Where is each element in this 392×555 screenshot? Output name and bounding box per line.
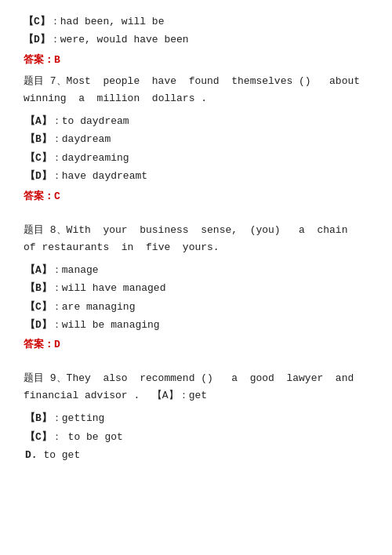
prev-option-c-text: ：had been, will be xyxy=(50,16,165,27)
q7-option-d-label: 【D】 xyxy=(25,170,52,182)
q7-option-b-label: 【B】 xyxy=(25,133,52,145)
prev-option-d-text: ：were, would have been xyxy=(50,34,189,45)
q7-option-a-label: 【A】 xyxy=(25,115,52,127)
q7-option-a-text: ：to daydream xyxy=(52,115,129,127)
q8-option-a-label: 【A】 xyxy=(25,264,52,276)
q8-option-c: 【C】：are managing xyxy=(25,298,368,316)
q9-option-d-text: to get xyxy=(38,449,81,461)
question-8-block: 题目 8、With your business sense, (you) a c… xyxy=(24,222,368,352)
q7-option-c-text: ：daydreaming xyxy=(52,152,129,164)
q7-option-d: 【D】：have daydreamt xyxy=(25,167,368,185)
q7-option-b: 【B】：daydream xyxy=(25,130,368,148)
q8-answer: 答案：D xyxy=(24,337,368,351)
prev-option-d-label: 【D】 xyxy=(24,34,50,45)
q8-option-d-label: 【D】 xyxy=(25,319,52,331)
q7-option-d-text: ：have daydreamt xyxy=(52,170,147,182)
q8-option-c-text: ：are managing xyxy=(52,301,136,313)
q7-option-a: 【A】：to daydream xyxy=(25,112,368,130)
prev-options-block: 【C】：had been, will be 【D】：were, would ha… xyxy=(24,13,368,67)
q7-option-b-text: ：daydream xyxy=(52,133,111,145)
question-9-text: 题目 9、They also recommend () a good lawye… xyxy=(24,370,368,404)
prev-option-c: 【C】：had been, will be xyxy=(24,13,368,31)
q8-option-a-text: ：manage xyxy=(52,264,99,276)
q8-option-b: 【B】：will have managed xyxy=(25,279,368,297)
q9-option-b-label: 【B】 xyxy=(25,412,52,424)
q8-option-b-text: ：will have managed xyxy=(52,282,166,294)
q9-option-d: D. to get xyxy=(25,446,368,464)
question-7-block: 题目 7、Most people have found themselves (… xyxy=(24,73,368,203)
q9-option-c-text: ： to be got xyxy=(52,431,123,443)
q9-option-b-text: ：getting xyxy=(52,412,105,424)
prev-option-d: 【D】：were, would have been xyxy=(24,31,368,49)
prev-option-c-label: 【C】 xyxy=(24,16,50,27)
q7-option-c: 【C】：daydreaming xyxy=(25,149,368,167)
prev-answer: 答案：B xyxy=(24,53,368,67)
q8-option-b-label: 【B】 xyxy=(25,282,52,294)
question-8-text: 题目 8、With your business sense, (you) a c… xyxy=(24,222,368,256)
q8-option-d: 【D】：will be managing xyxy=(25,316,368,334)
q9-option-d-label: D. xyxy=(25,449,38,461)
q8-option-a: 【A】：manage xyxy=(25,261,368,279)
q9-option-c: 【C】： to be got xyxy=(25,428,368,446)
question-7-text: 题目 7、Most people have found themselves (… xyxy=(24,73,368,107)
q7-option-c-label: 【C】 xyxy=(25,152,52,164)
q7-answer: 答案：C xyxy=(24,189,368,203)
q8-option-d-text: ：will be managing xyxy=(52,319,160,331)
q9-option-c-label: 【C】 xyxy=(25,431,52,443)
q8-option-c-label: 【C】 xyxy=(25,301,52,313)
q9-option-b: 【B】：getting xyxy=(25,409,368,427)
question-9-block: 题目 9、They also recommend () a good lawye… xyxy=(24,370,368,464)
